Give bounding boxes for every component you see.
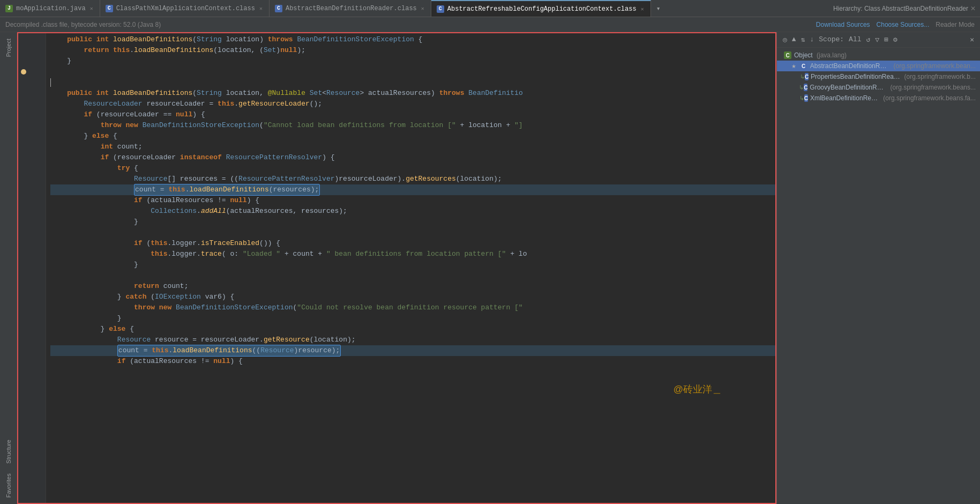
tree-label-abstractbean: AbstractBeanDefinitionReader (810, 62, 890, 70)
tree-label-xml: XmlBeanDefinitionReader (810, 94, 879, 102)
code-line-10: } else { (50, 131, 775, 142)
hierarchy-icon-filter[interactable]: ▽ (873, 34, 881, 45)
hierarchy-close-btn[interactable]: ✕ (970, 5, 976, 12)
code-line-21: this.logger.trace( o: "Loaded " + count … (50, 249, 775, 260)
code-line-3: } (50, 56, 775, 66)
code-content[interactable]: public int loadBeanDefinitions(String lo… (46, 33, 775, 503)
tab-close[interactable]: ✕ (89, 4, 94, 13)
tree-item-properties[interactable]: ↳ C PropertiesBeanDefinitionReader (org.… (777, 71, 980, 82)
tree-expand-icon: ★ (791, 63, 796, 69)
code-line-19 (50, 227, 775, 238)
tree-sub-object: (java.lang) (815, 51, 847, 59)
structure-panel-icon[interactable]: Structure (1, 435, 16, 468)
text-cursor (50, 78, 51, 87)
code-line-23 (50, 270, 775, 281)
tree-item-object[interactable]: C Object (java.lang) (777, 50, 980, 61)
scope-label: Scope: (817, 34, 846, 45)
breakpoint-1 (21, 37, 26, 42)
right-panel: ◎ ▲ ⇅ ↓ Scope: All ↺ ▽ ⊞ ⚙ ✕ C Object (j… (776, 32, 980, 504)
tab-abstractrefreshable[interactable]: C AbstractRefreshableConfigApplicationCo… (431, 0, 651, 17)
code-line-8: if (resourceLoader == null) { (50, 109, 775, 120)
breakpoint-4 (21, 155, 26, 160)
hierarchy-icon-2[interactable]: ▲ (790, 34, 798, 45)
tab-moApplication[interactable]: J moApplication.java ✕ (0, 0, 100, 17)
code-line-27: } (50, 313, 775, 324)
hierarchy-tree: C Object (java.lang) ★ C AbstractBeanDef… (777, 48, 980, 504)
hierarchy-icon-1[interactable]: ◎ (781, 34, 789, 45)
tab-close[interactable]: ✕ (640, 5, 645, 13)
breakpoint-2 (21, 91, 26, 96)
tab-bar: J moApplication.java ✕ C ClassPathXmlApp… (0, 0, 980, 17)
hierarchy-icon-settings[interactable]: ⚙ (892, 34, 899, 45)
tree-item-abstractbean[interactable]: ★ C AbstractBeanDefinitionReader (org.sp… (777, 61, 980, 71)
download-sources-link[interactable]: Download Sources (816, 21, 870, 28)
tree-sub-properties: (org.springframework.b... (902, 73, 976, 80)
gutter-icon-line-14 (21, 174, 26, 184)
gutter-icon-line-28 (21, 324, 26, 335)
code-line-17: Collections.addAll(actualResources, reso… (50, 206, 775, 217)
breakpoint-6 (21, 241, 26, 246)
code-line-29: Resource resource = resourceLoader.getRe… (50, 335, 775, 345)
tab-dropdown-button[interactable]: ▾ (651, 0, 666, 17)
tab-close[interactable]: ✕ (420, 4, 425, 13)
class-icon-blue4: C (804, 94, 808, 102)
tab-icon-class2: C (275, 5, 282, 12)
code-area[interactable]: public int loadBeanDefinitions(String lo… (18, 33, 775, 503)
code-line-9: throw new BeanDefinitionStoreException("… (50, 120, 775, 131)
code-line-15: count = this.loadBeanDefinitions(resourc… (50, 184, 775, 195)
gutter-icon-line-20 (21, 238, 26, 249)
tab-label: moApplication.java (16, 5, 86, 12)
class-icon-blue1: C (800, 62, 807, 70)
code-editor: public int loadBeanDefinitions(String lo… (17, 32, 776, 504)
tab-icon-class3: C (437, 5, 444, 13)
tab-label: AbstractBeanDefinitionReader.class (286, 5, 417, 12)
tab-icon-class1: C (106, 5, 113, 12)
hierarchy-icon-close[interactable]: ✕ (968, 34, 976, 45)
code-line-31: if (actualResources != null) { (50, 356, 775, 367)
breakpoint-8 (21, 327, 26, 332)
tree-sub-groovy: (org.springframework.beans... (888, 84, 976, 91)
tree-label-properties: PropertiesBeanDefinitionReader (811, 73, 900, 80)
decompiled-info: Decompiled .class file, bytecode version… (5, 21, 161, 28)
scope-value[interactable]: All (847, 34, 863, 45)
tab-classpathxml[interactable]: C ClassPathXmlApplicationContext.class ✕ (100, 0, 270, 17)
code-line-24: return count; (50, 281, 775, 292)
gutter-icon-line-6 (21, 88, 26, 99)
favorites-panel-icon[interactable]: Favorites (1, 469, 16, 502)
tree-label-object: Object (794, 51, 813, 59)
tab-close[interactable]: ✕ (258, 4, 264, 13)
main-layout: Project Structure Favorites (0, 32, 980, 504)
tab-icon-java: J (5, 5, 13, 12)
code-line-4 (50, 66, 775, 77)
hierarchy-icon-expand[interactable]: ⊞ (882, 34, 890, 45)
hierarchy-icon-3[interactable]: ⇅ (799, 34, 807, 45)
hierarchy-icon-refresh[interactable]: ↺ (865, 34, 872, 45)
project-panel-icon[interactable]: Project (1, 34, 16, 61)
tab-label: AbstractRefreshableConfigApplicationCont… (447, 5, 637, 13)
reader-mode-btn[interactable]: Reader Mode (936, 21, 975, 28)
tree-sub-abstractbean: (org.springframework.bean... (892, 62, 976, 70)
hierarchy-icon-4[interactable]: ↓ (808, 34, 816, 45)
info-bar-actions: Download Sources Choose Sources... Reade… (816, 21, 975, 28)
breakpoint-7 (21, 294, 26, 300)
gutter-icon-line-25 (21, 292, 26, 302)
arrow-icon-2: ↳ (799, 84, 804, 91)
code-line-2: return this.loadBeanDefinitions(location… (50, 45, 775, 56)
tree-label-groovy: GroovyBeanDefinitionReader (810, 84, 886, 91)
code-line-26: throw new BeanDefinitionStoreException("… (50, 302, 775, 313)
breakpoint-3 (21, 134, 26, 139)
arrow-icon-3: ↳ (799, 95, 804, 102)
tree-icon-xml: ↳ C (799, 94, 808, 102)
code-line-1: public int loadBeanDefinitions(String lo… (50, 34, 775, 45)
code-line-30: count = this.loadBeanDefinitions((Resour… (50, 345, 775, 356)
choose-sources-link[interactable]: Choose Sources... (877, 21, 930, 28)
tab-abstractbean[interactable]: C AbstractBeanDefinitionReader.class ✕ (270, 0, 431, 17)
hierarchy-title-text: Hierarchy: Class AbstractBeanDefinitionR… (833, 5, 968, 12)
tree-item-xml[interactable]: ↳ C XmlBeanDefinitionReader (org.springf… (777, 93, 980, 103)
class-icon-blue3: C (804, 84, 807, 91)
code-line-5 (50, 77, 775, 88)
hierarchy-label: Hierarchy: Class AbstractBeanDefinitionR… (829, 0, 980, 17)
tree-item-groovy[interactable]: ↳ C GroovyBeanDefinitionReader (org.spri… (777, 82, 980, 93)
code-line-25: } catch (IOException var6) { (50, 292, 775, 302)
code-line-18: } (50, 217, 775, 227)
